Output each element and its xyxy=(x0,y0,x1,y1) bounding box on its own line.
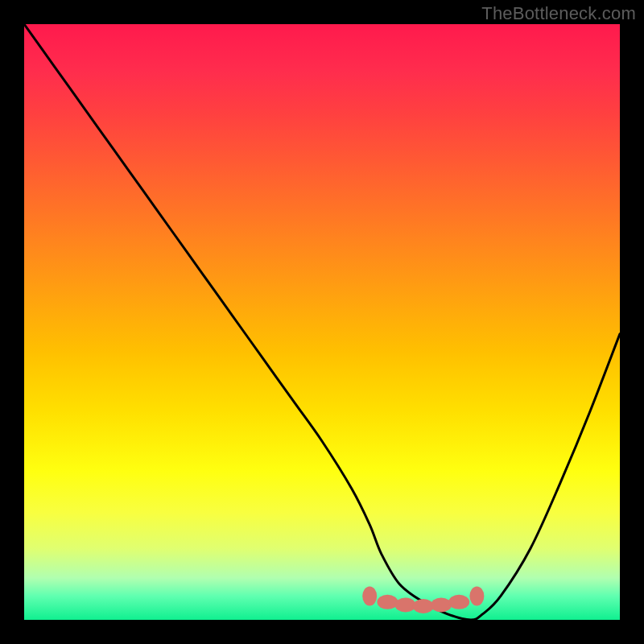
highlight-dot xyxy=(362,586,377,605)
highlight-dot xyxy=(413,599,434,613)
watermark: TheBottleneck.com xyxy=(481,3,636,24)
highlight-dot xyxy=(469,586,484,605)
chart-frame: TheBottleneck.com xyxy=(0,0,644,644)
highlight-dot xyxy=(395,598,416,613)
plot-area xyxy=(24,24,620,620)
bottleneck-curve xyxy=(24,24,620,620)
highlight-dots xyxy=(362,586,484,613)
highlight-dot xyxy=(448,595,469,609)
highlight-dot xyxy=(431,598,452,613)
highlight-dot xyxy=(377,595,398,609)
curve-layer xyxy=(24,24,620,620)
